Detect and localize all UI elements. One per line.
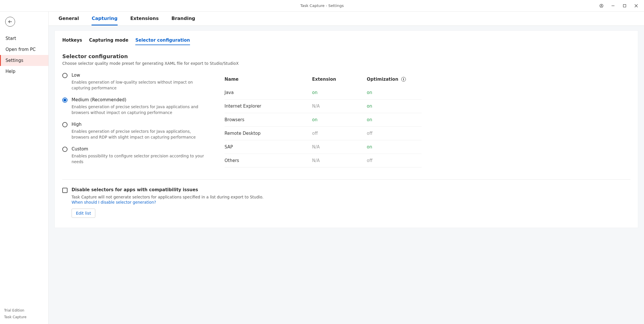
sidebar-footer-edition: Trial Edition xyxy=(4,307,44,314)
col-header-name: Name xyxy=(225,77,312,82)
table-row: Internet ExplorerN/Aon xyxy=(225,100,422,113)
table-row: Javaonon xyxy=(225,86,422,100)
cell-extension: N/A xyxy=(312,144,367,150)
account-icon[interactable] xyxy=(599,4,603,8)
sidebar-item-settings[interactable]: Settings xyxy=(0,55,48,66)
cell-optimization: on xyxy=(367,104,422,109)
radio-icon xyxy=(62,73,67,78)
cell-extension: N/A xyxy=(312,158,367,163)
cell-extension: N/A xyxy=(312,104,367,109)
close-button[interactable] xyxy=(634,4,638,8)
radio-label: High xyxy=(72,122,207,127)
subtab-selector-configuration[interactable]: Selector configuration xyxy=(135,38,190,45)
radio-label: Custom xyxy=(72,146,207,152)
cell-name: Browsers xyxy=(225,117,312,122)
tab-capturing[interactable]: Capturing xyxy=(92,16,117,25)
radio-custom[interactable]: Custom Enables possibility to configure … xyxy=(62,146,207,165)
cell-name: SAP xyxy=(225,144,312,150)
sidebar-item-open-from-pc[interactable]: Open from PC xyxy=(0,44,48,55)
col-header-extension: Extension xyxy=(312,77,367,82)
subtab-hotkeys[interactable]: Hotkeys xyxy=(62,38,82,45)
disable-selectors-checkbox[interactable] xyxy=(62,188,67,193)
compat-title: Disable selectors for apps with compatib… xyxy=(72,187,264,192)
col-header-optimization: Optimization xyxy=(367,77,398,82)
table-row: Remote Desktopoffoff xyxy=(225,127,422,140)
tab-general[interactable]: General xyxy=(59,16,79,25)
cell-optimization: on xyxy=(367,90,422,95)
table-row: Browsersonon xyxy=(225,113,422,127)
cell-optimization: on xyxy=(367,117,422,122)
sidebar-item-start[interactable]: Start xyxy=(0,33,48,44)
table-row: OthersN/Aoff xyxy=(225,154,422,167)
radio-desc: Enables generation of precise selectors … xyxy=(72,129,207,140)
quality-radio-group: Low Enables generation of low-quality se… xyxy=(62,73,207,171)
titlebar: Task Capture - Settings xyxy=(0,0,644,12)
cell-name: Others xyxy=(225,158,312,163)
extension-table: Name Extension Optimization i JavaononIn… xyxy=(225,73,422,171)
section-desc: Choose selector quality mode preset for … xyxy=(62,61,630,66)
radio-icon xyxy=(62,147,67,152)
cell-optimization: off xyxy=(367,131,422,136)
subtabs: Hotkeys Capturing mode Selector configur… xyxy=(62,38,630,45)
radio-desc: Enables possibility to configure selecto… xyxy=(72,153,207,165)
svg-rect-3 xyxy=(623,4,626,7)
radio-high[interactable]: High Enables generation of precise selec… xyxy=(62,122,207,140)
section-title: Selector configuration xyxy=(62,53,630,59)
radio-desc: Enables generation of low-quality select… xyxy=(72,80,207,91)
edit-list-button[interactable]: Edit list xyxy=(72,209,95,218)
cell-extension: on xyxy=(312,117,367,122)
sidebar-item-help[interactable]: Help xyxy=(0,66,48,77)
cell-optimization: on xyxy=(367,144,422,150)
radio-label: Medium (Recommended) xyxy=(72,97,207,102)
tab-branding[interactable]: Branding xyxy=(172,16,195,25)
cell-name: Java xyxy=(225,90,312,95)
tab-extensions[interactable]: Extensions xyxy=(130,16,159,25)
info-icon[interactable]: i xyxy=(401,77,406,82)
subtab-capturing-mode[interactable]: Capturing mode xyxy=(89,38,128,45)
cell-name: Remote Desktop xyxy=(225,131,312,136)
compat-desc: Task Capture will not generate selectors… xyxy=(72,195,264,199)
top-tabs: General Capturing Extensions Branding xyxy=(49,12,644,26)
compat-help-link[interactable]: When should I disable selector generatio… xyxy=(72,200,264,205)
maximize-button[interactable] xyxy=(623,4,627,8)
cell-extension: off xyxy=(312,131,367,136)
cell-extension: on xyxy=(312,90,367,95)
svg-point-1 xyxy=(601,5,602,6)
radio-desc: Enables generation of precise selectors … xyxy=(72,104,207,115)
minimize-button[interactable] xyxy=(611,4,615,8)
radio-medium[interactable]: Medium (Recommended) Enables generation … xyxy=(62,97,207,115)
window-title: Task Capture - Settings xyxy=(300,3,344,8)
cell-name: Internet Explorer xyxy=(225,104,312,109)
sidebar: Start Open from PC Settings Help Trial E… xyxy=(0,12,49,324)
table-row: SAPN/Aon xyxy=(225,140,422,154)
radio-icon xyxy=(62,122,67,127)
radio-icon xyxy=(62,97,67,103)
radio-label: Low xyxy=(72,73,207,78)
sidebar-footer-product: Task Capture xyxy=(4,314,44,321)
radio-low[interactable]: Low Enables generation of low-quality se… xyxy=(62,73,207,91)
cell-optimization: off xyxy=(367,158,422,163)
back-button[interactable] xyxy=(5,17,15,27)
